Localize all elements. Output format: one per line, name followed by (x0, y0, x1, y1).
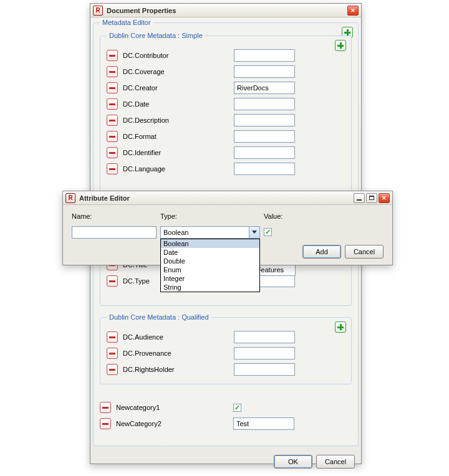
type-option[interactable]: Integer (161, 274, 259, 283)
metadata-row: DC.Contributor (107, 47, 345, 64)
remove-button[interactable] (107, 82, 118, 93)
field-label: DC.Audience (123, 333, 229, 341)
metadata-row: DC.Date (107, 96, 345, 112)
field-label: DC.Identifier (123, 149, 229, 156)
value-label: Value: (264, 212, 301, 222)
value-checkbox[interactable] (233, 404, 241, 412)
field-label: DC.Creator (123, 84, 229, 92)
add-button[interactable]: Add (302, 245, 341, 259)
app-icon: R (65, 193, 75, 203)
type-selected-value: Boolean (163, 229, 188, 236)
metadata-row: DC.Format (107, 128, 345, 145)
add-attribute-button[interactable] (335, 40, 346, 51)
metadata-row: DC.Identifier (107, 145, 345, 161)
value-input[interactable] (234, 347, 295, 359)
field-label: DC.Language (123, 165, 229, 173)
minimize-button[interactable] (354, 193, 365, 203)
window-title: Document Properties (107, 7, 344, 14)
remove-button[interactable] (107, 50, 118, 61)
field-label: NewCategory2 (116, 420, 228, 427)
value-input[interactable] (234, 49, 295, 62)
value-input[interactable] (234, 363, 295, 376)
type-option[interactable]: Boolean (161, 239, 259, 248)
metadata-row: DC.Language (107, 161, 345, 177)
app-icon: R (93, 6, 103, 16)
value-input[interactable] (233, 417, 294, 430)
custom-row: Newcategory1 (100, 399, 352, 416)
attribute-editor-window: R Attribute Editor ✕ Name: Type: Boolean (62, 191, 393, 265)
metadata-row: DC.Audience (107, 329, 345, 345)
value-input[interactable] (234, 331, 295, 343)
remove-button[interactable] (107, 163, 118, 174)
field-label: DC.Description (123, 117, 229, 124)
field-label: DC.Provenance (123, 350, 229, 357)
value-input[interactable] (234, 65, 295, 78)
field-label: DC.RightsHolder (123, 366, 229, 373)
name-input[interactable] (72, 226, 157, 239)
add-attribute-button[interactable] (335, 321, 346, 333)
remove-button[interactable] (107, 275, 118, 287)
cancel-button[interactable]: Cancel (316, 455, 355, 469)
field-label: DC.Contributor (123, 52, 229, 59)
window-title: Attribute Editor (79, 194, 350, 202)
metadata-row: DC.RightsHolder (107, 361, 345, 378)
type-option[interactable]: String (161, 283, 259, 292)
field-label: DC.Format (123, 133, 229, 140)
field-label: Newcategory1 (116, 404, 228, 411)
chevron-down-icon (252, 231, 257, 234)
remove-button[interactable] (107, 147, 118, 158)
type-dropdown: Boolean Date Double Enum Integer String (160, 239, 260, 292)
type-select[interactable]: Boolean Boolean Date Double Enum Integer… (160, 226, 260, 239)
metadata-row: DC.Coverage (107, 64, 345, 80)
group-legend: Metadata Editor (100, 19, 153, 26)
value-input[interactable] (234, 146, 295, 159)
value-input[interactable] (234, 82, 295, 94)
titlebar[interactable]: R Document Properties ✕ (90, 4, 361, 17)
remove-button[interactable] (107, 348, 118, 359)
value-input[interactable] (234, 98, 295, 110)
maximize-button[interactable] (366, 193, 377, 203)
type-option[interactable]: Double (161, 257, 259, 265)
type-option[interactable]: Enum (161, 265, 259, 274)
value-input[interactable] (234, 130, 295, 143)
cancel-button[interactable]: Cancel (345, 245, 384, 259)
titlebar[interactable]: R Attribute Editor ✕ (63, 191, 392, 205)
remove-button[interactable] (107, 66, 118, 77)
name-label: Name: (72, 212, 159, 222)
close-button[interactable]: ✕ (347, 6, 359, 16)
metadata-row: DC.Description (107, 112, 345, 128)
group-legend: Dublin Core Metadata : Qualified (107, 313, 211, 321)
field-label: DC.Coverage (123, 68, 229, 75)
remove-button[interactable] (107, 364, 118, 375)
dialog-buttons: OK Cancel (93, 451, 359, 470)
remove-button[interactable] (100, 418, 111, 429)
value-input[interactable] (234, 163, 295, 175)
value-input[interactable] (234, 114, 295, 126)
custom-row: NewCategory2 (100, 416, 352, 432)
dc-qualified-group: Dublin Core Metadata : Qualified DC.Audi… (100, 317, 352, 384)
remove-button[interactable] (107, 98, 118, 110)
value-checkbox[interactable] (264, 228, 272, 236)
remove-button[interactable] (107, 131, 118, 142)
remove-button[interactable] (107, 115, 118, 126)
metadata-row: DC.Creator (107, 80, 345, 96)
type-label: Type: (160, 212, 263, 222)
metadata-row: DC.Provenance (107, 345, 345, 361)
field-label: DC.Date (123, 100, 229, 108)
close-button[interactable]: ✕ (379, 193, 390, 203)
type-option[interactable]: Date (161, 248, 259, 257)
ok-button[interactable]: OK (274, 455, 312, 469)
remove-button[interactable] (107, 331, 118, 343)
remove-button[interactable] (100, 402, 111, 413)
group-legend: Dublin Core Metadata : Simple (107, 32, 205, 39)
